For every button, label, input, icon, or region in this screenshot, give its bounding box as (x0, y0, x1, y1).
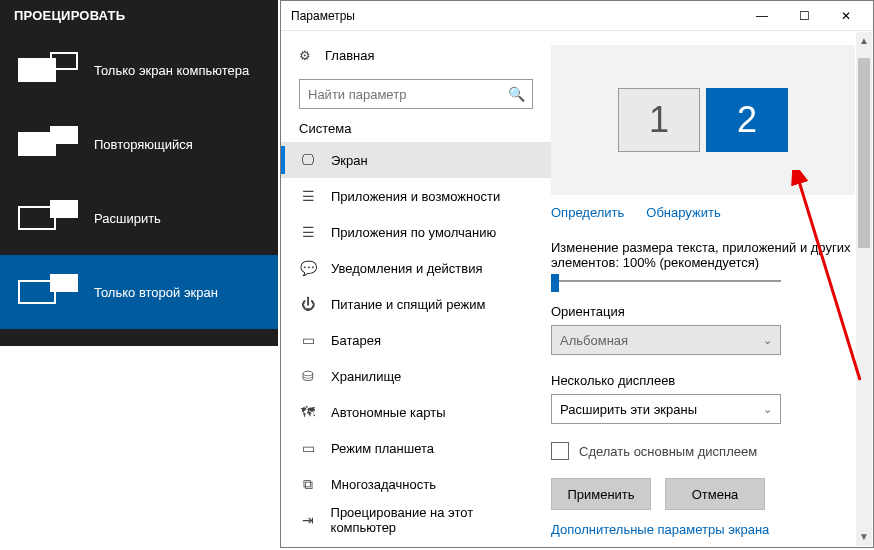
multidisplay-value: Расширить эти экраны (560, 402, 697, 417)
orientation-select[interactable]: Альбомная ⌄ (551, 325, 781, 355)
scale-slider[interactable] (551, 280, 781, 282)
vertical-scrollbar[interactable]: ▲ ▼ (856, 32, 872, 546)
nav-tablet[interactable]: ▭ Режим планшета (281, 430, 551, 466)
multitask-icon: ⧉ (299, 476, 317, 493)
project-option-pc-only[interactable]: Только экран компьютера (0, 33, 278, 107)
scrollbar-up-arrow[interactable]: ▲ (856, 32, 872, 50)
identify-link[interactable]: Определить (551, 205, 624, 220)
nav-maps[interactable]: 🗺 Автономные карты (281, 394, 551, 430)
duplicate-icon (18, 126, 80, 162)
apply-button[interactable]: Применить (551, 478, 651, 510)
nav-item-label: Многозадачность (331, 477, 436, 492)
extend-icon (18, 200, 80, 236)
nav-item-label: Автономные карты (331, 405, 446, 420)
nav-display[interactable]: 🖵 Экран (281, 142, 551, 178)
minimize-button[interactable]: — (741, 2, 783, 30)
chevron-down-icon: ⌄ (763, 334, 772, 347)
pc-only-icon (18, 52, 80, 88)
nav-item-label: Режим планшета (331, 441, 434, 456)
display-icon: 🖵 (299, 152, 317, 168)
default-apps-icon: ☰ (299, 224, 317, 240)
titlebar: Параметры — ☐ ✕ (281, 1, 873, 31)
nav-item-label: Питание и спящий режим (331, 297, 485, 312)
nav-item-label: Батарея (331, 333, 381, 348)
nav-item-label: Приложения и возможности (331, 189, 500, 204)
nav-notifications[interactable]: 💬 Уведомления и действия (281, 250, 551, 286)
scale-label: Изменение размера текста, приложений и д… (551, 240, 855, 270)
flyout-title: ПРОЕЦИРОВАТЬ (0, 0, 278, 33)
scrollbar-down-arrow[interactable]: ▼ (856, 528, 872, 546)
multidisplay-label: Несколько дисплеев (551, 373, 855, 388)
primary-label: Сделать основным дисплеем (579, 444, 757, 459)
cancel-button[interactable]: Отмена (665, 478, 765, 510)
nav-item-label: Проецирование на этот компьютер (331, 505, 537, 535)
notifications-icon: 💬 (299, 260, 317, 276)
window-title: Параметры (291, 9, 741, 23)
project-option-second-only[interactable]: Только второй экран (0, 255, 278, 329)
second-only-icon (18, 274, 80, 310)
close-button[interactable]: ✕ (825, 2, 867, 30)
apps-icon: ☰ (299, 188, 317, 204)
storage-icon: ⛁ (299, 368, 317, 384)
projecting-icon: ⇥ (299, 512, 317, 528)
nav-item-label: Хранилище (331, 369, 401, 384)
flyout-item-label: Повторяющийся (94, 137, 193, 152)
settings-sidebar: ⚙ Главная 🔍 Система 🖵 Экран ☰ Приложения… (281, 31, 551, 547)
display-arrangement[interactable]: 1 2 (551, 45, 855, 195)
tablet-icon: ▭ (299, 440, 317, 456)
home-label: Главная (325, 48, 374, 63)
nav-multitask[interactable]: ⧉ Многозадачность (281, 466, 551, 502)
nav-item-label: Экран (331, 153, 368, 168)
flyout-item-label: Только второй экран (94, 285, 218, 300)
monitor-1[interactable]: 1 (618, 88, 700, 152)
monitor-2[interactable]: 2 (706, 88, 788, 152)
scrollbar-thumb[interactable] (858, 58, 870, 248)
scale-slider-thumb[interactable] (551, 274, 559, 292)
category-label: Система (281, 119, 551, 142)
settings-window: Параметры — ☐ ✕ ⚙ Главная 🔍 Система 🖵 Эк… (280, 0, 874, 548)
flyout-item-label: Только экран компьютера (94, 63, 249, 78)
nav-power[interactable]: ⏻ Питание и спящий режим (281, 286, 551, 322)
advanced-display-link[interactable]: Дополнительные параметры экрана (551, 522, 855, 537)
nav-storage[interactable]: ⛁ Хранилище (281, 358, 551, 394)
power-icon: ⏻ (299, 296, 317, 312)
primary-display-row[interactable]: Сделать основным дисплеем (551, 442, 855, 460)
project-option-extend[interactable]: Расширить (0, 181, 278, 255)
maps-icon: 🗺 (299, 404, 317, 420)
flyout-item-label: Расширить (94, 211, 161, 226)
chevron-down-icon: ⌄ (763, 403, 772, 416)
battery-icon: ▭ (299, 332, 317, 348)
primary-checkbox[interactable] (551, 442, 569, 460)
nav-projecting[interactable]: ⇥ Проецирование на этот компьютер (281, 502, 551, 538)
nav-battery[interactable]: ▭ Батарея (281, 322, 551, 358)
nav-item-label: Приложения по умолчанию (331, 225, 496, 240)
display-settings-panel: 1 2 Определить Обнаружить Изменение разм… (551, 31, 873, 547)
project-option-duplicate[interactable]: Повторяющийся (0, 107, 278, 181)
home-nav[interactable]: ⚙ Главная (281, 41, 551, 69)
nav-apps[interactable]: ☰ Приложения и возможности (281, 178, 551, 214)
detect-link[interactable]: Обнаружить (646, 205, 720, 220)
orientation-value: Альбомная (560, 333, 628, 348)
maximize-button[interactable]: ☐ (783, 2, 825, 30)
search-input[interactable] (299, 79, 533, 109)
multidisplay-select[interactable]: Расширить эти экраны ⌄ (551, 394, 781, 424)
gear-icon: ⚙ (299, 48, 315, 63)
nav-item-label: Уведомления и действия (331, 261, 483, 276)
nav-default-apps[interactable]: ☰ Приложения по умолчанию (281, 214, 551, 250)
project-flyout: ПРОЕЦИРОВАТЬ Только экран компьютера Пов… (0, 0, 278, 346)
orientation-label: Ориентация (551, 304, 855, 319)
